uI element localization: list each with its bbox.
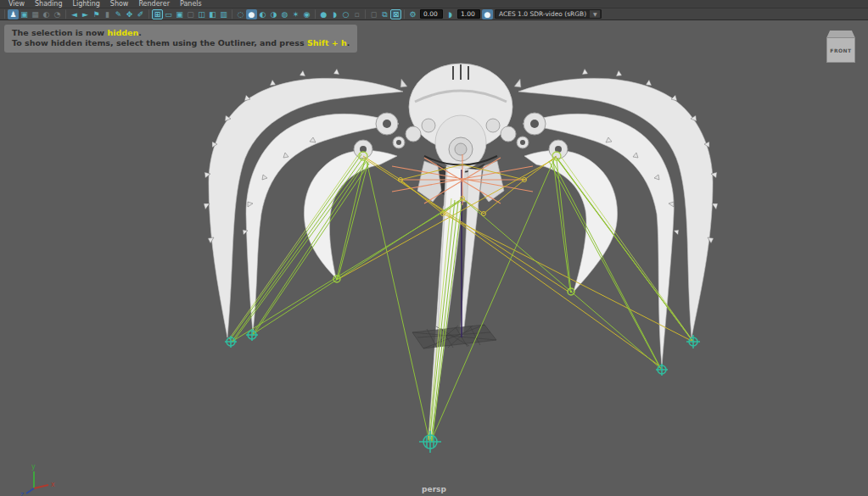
film-gate-icon[interactable]: ▭ bbox=[163, 9, 174, 20]
view-transform-ball-icon[interactable]: ● bbox=[482, 9, 493, 20]
wireframe-sphere-icon[interactable]: ◌ bbox=[235, 9, 246, 20]
occlusion-icon[interactable]: ◗ bbox=[329, 9, 340, 20]
view-cube[interactable]: FRONT bbox=[826, 31, 855, 63]
toolbar-icons: ♟▣▦◐◔◄►⚑▮✎✥✐⊞▭▣▢◫◧▥◌●◐◑◍✶◉●◗○▫◻⧉⊠⚙ bbox=[2, 9, 418, 20]
pin-icon[interactable]: ▮ bbox=[102, 9, 113, 20]
lights-icon[interactable]: ✶ bbox=[290, 9, 301, 20]
image-plane-icon[interactable]: ▣ bbox=[19, 9, 30, 20]
menu-lighting[interactable]: Lighting bbox=[67, 0, 104, 8]
exposure-field[interactable] bbox=[420, 9, 443, 19]
gamma-field[interactable] bbox=[457, 9, 480, 19]
selection-highlight-icon[interactable]: ⊠ bbox=[390, 9, 401, 20]
pan-zoom-icon[interactable]: ◐ bbox=[41, 9, 52, 20]
bookmark-icon[interactable]: ▦ bbox=[30, 9, 41, 20]
message-text: The selection is now bbox=[12, 28, 107, 37]
rig-curves bbox=[229, 152, 694, 443]
gamma-icon[interactable]: ◗ bbox=[445, 9, 456, 20]
view-transform-select[interactable]: ACES 1.0 SDR-video (sRGB) ▼ bbox=[495, 9, 602, 19]
shaded-sphere-icon[interactable]: ● bbox=[246, 9, 257, 20]
xray-icon[interactable]: ⧉ bbox=[379, 9, 390, 20]
camera-ball-icon[interactable]: ◉ bbox=[301, 9, 312, 20]
menu-view[interactable]: View bbox=[3, 0, 30, 8]
ground-mesh bbox=[412, 325, 496, 348]
grease-pencil-icon[interactable]: ◔ bbox=[52, 9, 63, 20]
motion-blur-icon[interactable]: ○ bbox=[340, 9, 351, 20]
isolate-select-icon[interactable]: ◻ bbox=[368, 9, 379, 20]
textured-sphere-icon[interactable]: ◐ bbox=[257, 9, 268, 20]
field-chart-icon[interactable]: ◫ bbox=[196, 9, 207, 20]
camera-label: persp bbox=[0, 485, 868, 493]
grid-icon[interactable]: ⊞ bbox=[152, 9, 163, 20]
maya-viewport-panel: ViewShadingLightingShowRendererPanels ♟▣… bbox=[0, 0, 868, 496]
next-view-icon[interactable]: ► bbox=[80, 9, 91, 20]
hotkey-highlight: Shift + h bbox=[307, 38, 347, 47]
message-text: To show hidden items, select them using … bbox=[12, 38, 307, 47]
multisample-icon[interactable]: ▫ bbox=[351, 9, 362, 20]
material-sphere-icon[interactable]: ◑ bbox=[268, 9, 279, 20]
menu-shading[interactable]: Shading bbox=[30, 0, 68, 8]
menu-show[interactable]: Show bbox=[105, 0, 134, 8]
resolution-gate-icon[interactable]: ▣ bbox=[174, 9, 185, 20]
panel-toolbar: ♟▣▦◐◔◄►⚑▮✎✥✐⊞▭▣▢◫◧▥◌●◐◑◍✶◉●◗○▫◻⧉⊠⚙ ◗ ● A… bbox=[0, 8, 868, 20]
texture-ball-icon[interactable]: ◍ bbox=[279, 9, 290, 20]
anchor-icon[interactable]: ✥ bbox=[124, 9, 135, 20]
safe-title-icon[interactable]: ▥ bbox=[218, 9, 229, 20]
pencil-icon[interactable]: ✎ bbox=[113, 9, 124, 20]
viewport-message: The selection is now hidden. To show hid… bbox=[4, 25, 357, 53]
gate-mask-icon[interactable]: ▢ bbox=[185, 9, 196, 20]
bookmark-flag-icon[interactable]: ⚑ bbox=[91, 9, 102, 20]
pen-icon[interactable]: ✐ bbox=[135, 9, 146, 20]
view-cube-front-face[interactable]: FRONT bbox=[826, 38, 855, 63]
viewport[interactable]: y x z The selection is now hidden. To sh… bbox=[0, 20, 868, 496]
prev-view-icon[interactable]: ◄ bbox=[69, 9, 80, 20]
spider-model bbox=[204, 64, 718, 439]
viewport-canvas[interactable]: y x z bbox=[0, 20, 868, 496]
menu-renderer[interactable]: Renderer bbox=[133, 0, 175, 8]
select-camera-icon[interactable]: ♟ bbox=[8, 9, 19, 20]
shadows-icon[interactable]: ● bbox=[318, 9, 329, 20]
menu-panels[interactable]: Panels bbox=[175, 0, 207, 8]
panel-menubar: ViewShadingLightingShowRendererPanels bbox=[0, 0, 868, 8]
exposure-gear-icon[interactable]: ⚙ bbox=[407, 9, 418, 20]
safe-action-icon[interactable]: ◧ bbox=[207, 9, 218, 20]
view-cube-top-face[interactable] bbox=[826, 31, 855, 38]
chevron-down-icon: ▼ bbox=[590, 10, 600, 18]
axis-y-label: y bbox=[31, 463, 36, 471]
message-highlight: hidden bbox=[107, 28, 138, 37]
view-transform-value: ACES 1.0 SDR-video (sRGB) bbox=[496, 10, 590, 18]
